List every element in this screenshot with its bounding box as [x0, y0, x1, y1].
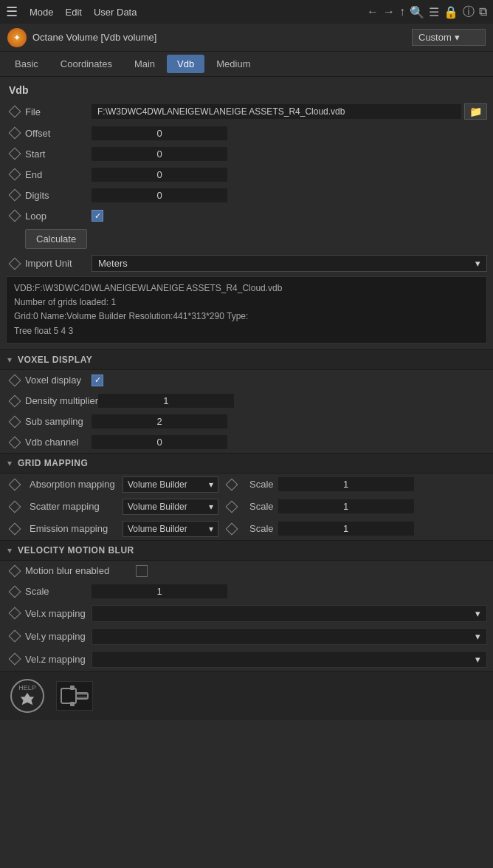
velocity-motion-blur-header[interactable]: ▾ VELOCITY MOTION BLUR — [0, 540, 493, 561]
velx-chevron-icon: ▾ — [475, 608, 480, 619]
nav-external-link-icon[interactable]: ⧉ — [479, 5, 487, 18]
absorption-mapping-row: Absorption mapping Volume Builder ▾ Scal… — [0, 474, 493, 496]
voxel-display-checkbox[interactable]: ✓ — [92, 375, 103, 386]
scatter-scale-input[interactable] — [278, 499, 414, 513]
voxel-display-chevron-icon: ▾ — [7, 355, 12, 365]
offset-label: Offset — [25, 128, 92, 139]
absorption-diamond-icon — [9, 478, 21, 491]
absorption-mapping-select[interactable]: Volume Builder ▾ — [123, 476, 218, 493]
velocity-scale-diamond-icon — [9, 585, 21, 598]
file-browse-button[interactable]: 📁 — [464, 103, 487, 120]
svg-rect-2 — [70, 702, 75, 706]
absorption-scale-input[interactable] — [278, 477, 414, 491]
velocity-scale-row: Scale — [0, 581, 493, 602]
nav-search-icon[interactable]: 🔍 — [410, 5, 424, 19]
nav-forward-icon[interactable]: → — [383, 5, 395, 18]
import-unit-chevron-icon: ▾ — [475, 258, 480, 269]
scatter-scale-diamond-icon — [226, 500, 238, 513]
tab-basic[interactable]: Basic — [4, 55, 49, 73]
menu-mode[interactable]: Mode — [30, 7, 54, 18]
menubar: ☰ Mode Edit User Data ← → ↑ 🔍 ☰ 🔒 ⓘ ⧉ — [0, 0, 493, 24]
dropdown-chevron-icon: ▾ — [455, 32, 460, 43]
voxel-display-header[interactable]: ▾ VOXEL DISPLAY — [0, 349, 493, 370]
velz-label: Vel.z mapping — [25, 654, 92, 665]
vely-select[interactable]: ▾ — [92, 628, 487, 645]
grid-mapping-body: Absorption mapping Volume Builder ▾ Scal… — [0, 474, 493, 540]
digits-input[interactable] — [92, 188, 227, 202]
svg-rect-0 — [61, 688, 76, 703]
calculate-button[interactable]: Calculate — [25, 229, 87, 249]
motion-blur-row: Motion blur enabled — [0, 561, 493, 581]
digits-diamond-icon — [9, 189, 21, 202]
vdb-info-line3: Grid:0 Name:Volume Builder Resolution:44… — [14, 310, 479, 324]
plugin-icon[interactable] — [56, 681, 93, 711]
emission-mapping-value: Volume Builder — [128, 524, 187, 534]
nav-lock-icon[interactable]: 🔒 — [444, 5, 458, 19]
emission-mapping-chevron-icon: ▾ — [209, 524, 213, 534]
vdb-channel-input[interactable] — [92, 435, 227, 449]
vdb-channel-diamond-icon — [9, 436, 21, 448]
import-unit-row: Import Unit Meters ▾ — [0, 252, 493, 275]
help-button[interactable]: HELP — [10, 679, 44, 713]
emission-scale-label: Scale — [249, 523, 274, 534]
absorption-mapping-value: Volume Builder — [128, 479, 187, 490]
grid-mapping-header[interactable]: ▾ GRID MAPPING — [0, 453, 493, 474]
vdb-info-line2: Number of grids loaded: 1 — [14, 295, 479, 310]
import-unit-value: Meters — [98, 258, 128, 269]
voxel-display-title: VOXEL DISPLAY — [18, 355, 92, 365]
custom-dropdown-btn[interactable]: Custom ▾ — [412, 29, 486, 46]
start-input[interactable] — [92, 147, 227, 161]
hamburger-menu-icon[interactable]: ☰ — [6, 4, 18, 20]
menu-edit[interactable]: Edit — [66, 7, 82, 18]
end-label: End — [25, 169, 92, 180]
help-label: HELP — [18, 684, 36, 691]
import-unit-select[interactable]: Meters ▾ — [92, 255, 487, 272]
vdb-channel-label: Vdb channel — [25, 437, 92, 448]
velz-select[interactable]: ▾ — [92, 651, 487, 668]
absorption-mapping-chevron-icon: ▾ — [209, 479, 213, 490]
loop-checkmark-icon: ✓ — [94, 211, 101, 221]
vely-row: Vel.y mapping ▾ — [0, 625, 493, 648]
svg-rect-1 — [70, 686, 75, 690]
nav-info-icon[interactable]: ⓘ — [463, 4, 475, 20]
velx-select[interactable]: ▾ — [92, 605, 487, 622]
plugin-svg-icon — [60, 684, 89, 708]
tab-medium[interactable]: Medium — [206, 55, 261, 73]
offset-input[interactable] — [92, 126, 227, 140]
loop-checkbox[interactable]: ✓ — [92, 210, 103, 222]
nav-back-icon[interactable]: ← — [367, 5, 379, 18]
scatter-mapping-select[interactable]: Volume Builder ▾ — [123, 499, 218, 515]
digits-row: Digits — [0, 185, 493, 205]
sub-sampling-input[interactable] — [92, 414, 227, 428]
voxel-display-checkmark-icon: ✓ — [94, 375, 101, 385]
vdb-info-line1: VDB:F:\W3DWC4DWLANEIGEWLANEIGE ASSETS_R4… — [14, 281, 479, 295]
emission-scale-input[interactable] — [278, 522, 414, 536]
voxel-display-row: Voxel display ✓ — [0, 370, 493, 391]
velz-diamond-icon — [9, 653, 21, 666]
menu-user-data[interactable]: User Data — [94, 7, 137, 18]
help-fan-icon — [19, 691, 35, 708]
file-path-value: F:\W3DWC4DWLANEIGEWLANEIGE ASSETS_R4_Clo… — [92, 104, 461, 119]
velocity-scale-input[interactable] — [92, 584, 227, 598]
file-diamond-icon — [9, 106, 21, 118]
sub-sampling-label: Sub sampling — [25, 416, 92, 427]
density-multiplier-input[interactable] — [98, 394, 234, 408]
custom-dropdown[interactable]: Custom ▾ — [412, 29, 486, 46]
nav-up-icon[interactable]: ↑ — [399, 5, 405, 18]
end-input[interactable] — [92, 168, 227, 182]
vely-chevron-icon: ▾ — [475, 631, 480, 642]
tab-main[interactable]: Main — [124, 55, 165, 73]
voxel-display-diamond-icon — [9, 374, 21, 386]
end-diamond-icon — [9, 168, 21, 181]
svg-rect-3 — [76, 693, 88, 699]
emission-scale-diamond-icon — [226, 522, 238, 535]
nav-settings-icon[interactable]: ☰ — [429, 5, 439, 19]
tab-vdb[interactable]: Vdb — [167, 55, 204, 73]
emission-mapping-select[interactable]: Volume Builder ▾ — [123, 521, 218, 537]
voxel-display-label: Voxel display — [25, 375, 92, 386]
tab-coordinates[interactable]: Coordinates — [50, 55, 123, 73]
motion-blur-checkbox[interactable] — [136, 565, 148, 577]
vdb-section-title: Vdb — [0, 77, 493, 100]
velx-label: Vel.x mapping — [25, 608, 92, 619]
start-row: Start — [0, 143, 493, 164]
